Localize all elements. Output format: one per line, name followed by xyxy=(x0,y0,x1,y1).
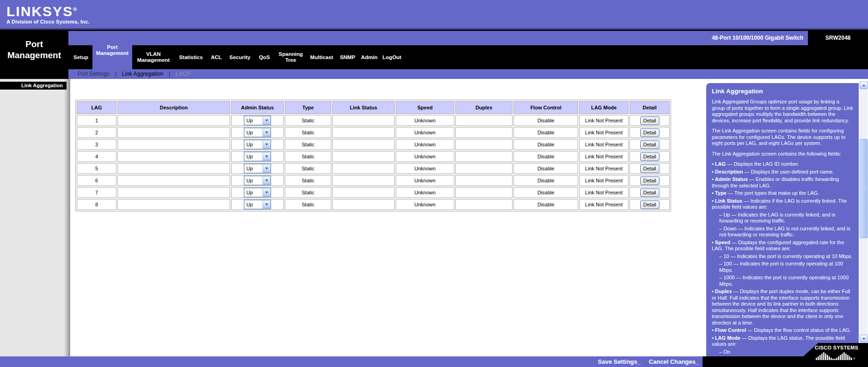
save-settings-button[interactable]: Save Settings_ xyxy=(598,358,641,365)
admin-status-select[interactable]: Up xyxy=(244,152,271,161)
bullet-icon: • xyxy=(712,176,714,182)
subnav-port-settings[interactable]: Port Settings xyxy=(78,71,110,77)
scroll-down-icon[interactable] xyxy=(860,335,868,343)
admin-status-select[interactable]: Up xyxy=(244,164,271,173)
cell-lag: 5 xyxy=(77,163,116,174)
help-sub: – 1000 — Indicates the port is currently… xyxy=(719,275,853,287)
cisco-logo-text: CISCO SYSTEMS xyxy=(813,345,861,350)
table-row: 1 Up Static Unknown Disable Link Not Pre… xyxy=(77,115,670,126)
cell-flow-control: Disable xyxy=(513,163,578,174)
subnav-link-aggregation[interactable]: Link Aggregation xyxy=(122,71,163,77)
lag-table: LAG Description Admin Status Type Link S… xyxy=(75,100,671,211)
scroll-up-icon[interactable] xyxy=(860,81,868,89)
help-title: Link Aggregation xyxy=(712,88,853,95)
top-banner: LINKSYS® A Division of Cisco Systems, In… xyxy=(0,0,868,28)
admin-status-value: Up xyxy=(245,118,263,123)
tab-acl[interactable]: ACL xyxy=(207,45,226,69)
cell-admin-status: Up xyxy=(231,115,284,126)
admin-status-value: Up xyxy=(245,202,263,207)
detail-button[interactable]: Detail xyxy=(640,164,660,173)
tab-snmp[interactable]: SNMP xyxy=(336,45,359,69)
tab-multicast[interactable]: Multicast xyxy=(307,45,336,69)
detail-button[interactable]: Detail xyxy=(640,176,660,185)
detail-button[interactable]: Detail xyxy=(640,152,660,161)
cell-duplex xyxy=(455,163,513,174)
chevron-down-icon[interactable] xyxy=(263,140,270,149)
cell-admin-status: Up xyxy=(231,139,284,150)
admin-status-select[interactable]: Up xyxy=(244,128,271,137)
subnav-lacp[interactable]: LACP xyxy=(176,71,190,77)
cell-admin-status: Up xyxy=(231,163,284,174)
tab-setup[interactable]: Setup xyxy=(69,45,92,69)
cell-speed: Unknown xyxy=(396,163,454,174)
cell-type: Static xyxy=(285,127,331,138)
cell-detail: Detail xyxy=(630,151,670,162)
chevron-down-icon[interactable] xyxy=(263,176,270,185)
help-sub: – Up — Indicates the LAG is currently li… xyxy=(719,212,853,224)
tab-port-management[interactable]: Port Management xyxy=(92,31,132,69)
cell-lag: 7 xyxy=(77,187,116,198)
cancel-changes-button[interactable]: Cancel Changes_ xyxy=(649,358,699,365)
admin-status-select[interactable]: Up xyxy=(244,176,271,185)
help-panel: Link Aggregation Link Aggregated Groups … xyxy=(706,83,859,356)
tab-security[interactable]: Security xyxy=(226,45,254,69)
cell-lag: 6 xyxy=(77,175,116,186)
cell-speed: Unknown xyxy=(396,199,454,210)
tab-statistics[interactable]: Statistics xyxy=(175,45,207,69)
chevron-down-icon[interactable] xyxy=(263,152,270,161)
cell-admin-status: Up xyxy=(231,175,284,186)
detail-button[interactable]: Detail xyxy=(640,128,660,137)
admin-status-select[interactable]: Up xyxy=(244,200,271,209)
cell-lag-mode: Link Not Present xyxy=(579,163,629,174)
scrollbar-thumb[interactable] xyxy=(860,139,868,238)
help-bullet: •Description — Displays the user-defined… xyxy=(712,169,853,175)
detail-button[interactable]: Detail xyxy=(640,140,660,149)
admin-status-select[interactable]: Up xyxy=(244,116,271,125)
tab-spanning-tree[interactable]: Spanning Tree xyxy=(275,45,307,69)
tab-qos[interactable]: QoS xyxy=(254,45,275,69)
admin-status-select[interactable]: Up xyxy=(244,188,271,197)
cell-duplex xyxy=(455,139,513,150)
bullet-icon: • xyxy=(712,169,714,174)
cell-detail: Detail xyxy=(630,199,670,210)
cell-description xyxy=(117,139,230,150)
cell-lag-mode: Link Not Present xyxy=(579,199,629,210)
cell-detail: Detail xyxy=(630,115,670,126)
cell-lag-mode: Link Not Present xyxy=(579,151,629,162)
cell-link-status xyxy=(332,115,395,126)
cell-flow-control: Disable xyxy=(513,115,578,126)
help-scrollbar[interactable] xyxy=(860,81,868,343)
col-header-admin-status: Admin Status xyxy=(231,101,284,114)
admin-status-value: Up xyxy=(245,178,263,183)
admin-status-select[interactable]: Up xyxy=(244,140,271,149)
help-sub: – 10 — Indicates the port is currently o… xyxy=(719,253,853,260)
scrollbar-grip xyxy=(862,187,866,191)
tab-logout[interactable]: LogOut xyxy=(380,45,404,69)
cell-description xyxy=(117,151,230,162)
cell-flow-control: Disable xyxy=(513,175,578,186)
cell-duplex xyxy=(455,115,513,126)
detail-button[interactable]: Detail xyxy=(640,188,660,197)
chevron-down-icon[interactable] xyxy=(263,164,270,173)
tab-admin[interactable]: Admin xyxy=(359,45,380,69)
sidebar: Link Aggregation xyxy=(0,79,72,356)
help-bullet: •Admin Status — Enables or disables traf… xyxy=(712,176,853,189)
chevron-down-icon[interactable] xyxy=(263,188,270,197)
cell-type: Static xyxy=(285,175,331,186)
footer-bar: Save Settings_ Cancel Changes_ xyxy=(0,356,703,367)
help-sub: – Down — Indicates the LAG is not curren… xyxy=(719,226,853,238)
detail-button[interactable]: Detail xyxy=(640,200,660,209)
cell-type: Static xyxy=(285,187,331,198)
cell-lag-mode: Link Not Present xyxy=(579,187,629,198)
help-para: Link Aggregated Groups optimize port usa… xyxy=(712,99,853,124)
detail-button[interactable]: Detail xyxy=(640,116,660,125)
chevron-down-icon[interactable] xyxy=(263,128,270,137)
svg-text:®: ® xyxy=(853,357,856,360)
col-header-lag: LAG xyxy=(77,101,116,114)
chevron-down-icon[interactable] xyxy=(263,200,270,209)
linksys-logo-text: LINKSYS® xyxy=(6,2,90,18)
tab-vlan-management[interactable]: VLAN Management xyxy=(132,45,175,69)
chevron-down-icon[interactable] xyxy=(263,116,270,125)
admin-status-value: Up xyxy=(245,154,263,159)
bullet-icon: • xyxy=(712,327,714,333)
